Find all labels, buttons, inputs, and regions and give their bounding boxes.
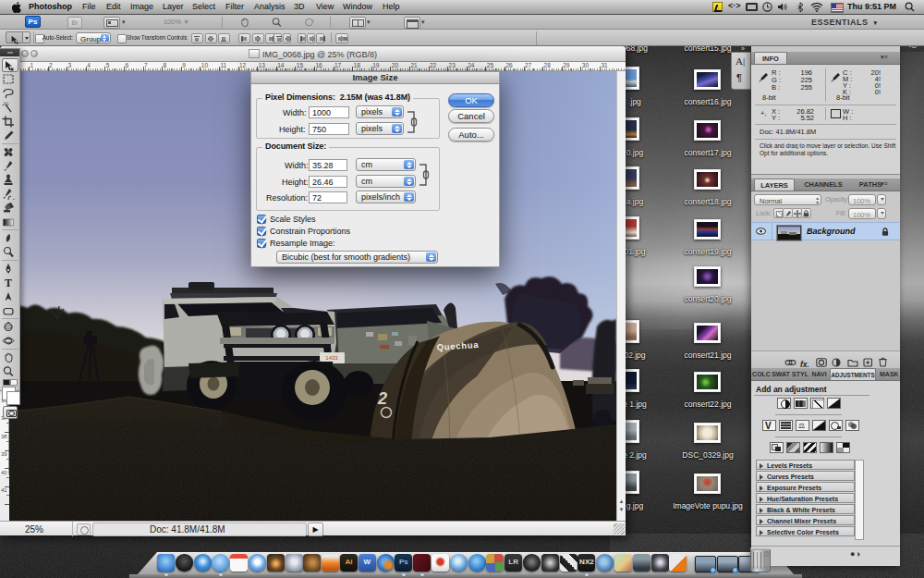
svg-text:1433: 1433 bbox=[325, 355, 338, 361]
svg-text:2: 2 bbox=[377, 389, 387, 408]
svg-text:T: T bbox=[5, 277, 12, 289]
